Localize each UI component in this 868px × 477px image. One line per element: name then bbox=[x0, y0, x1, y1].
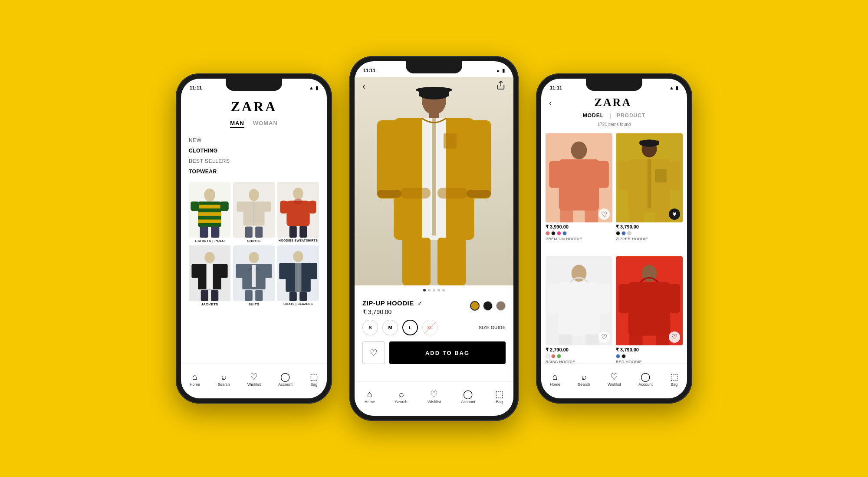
notch-3 bbox=[586, 79, 642, 91]
items-count: 1721 items found bbox=[549, 121, 679, 129]
nav-bag-1[interactable]: ⬚ Bag bbox=[310, 372, 318, 387]
nav-account-1[interactable]: ◯ Account bbox=[278, 372, 293, 387]
home-icon-3: ⌂ bbox=[552, 372, 558, 381]
svg-rect-16 bbox=[245, 226, 253, 238]
listing-heart-3[interactable]: ♡ bbox=[669, 331, 680, 343]
svg-rect-85 bbox=[639, 140, 659, 145]
nav-account-2[interactable]: ◯ Account bbox=[461, 390, 475, 404]
swatch-gold[interactable] bbox=[470, 301, 480, 311]
search-icon-3: ⌕ bbox=[582, 372, 587, 381]
nav-wishlist-3[interactable]: ♡ Wishlist bbox=[608, 372, 621, 387]
heart-icon-2: ♡ bbox=[430, 390, 438, 398]
time-1: 11:11 bbox=[190, 85, 202, 90]
topwear-item-1[interactable]: SHIRTS bbox=[233, 182, 275, 243]
back-btn-2[interactable]: ‹ bbox=[362, 81, 365, 92]
menu-clothing[interactable]: CLOTHING bbox=[189, 146, 319, 156]
size-guide[interactable]: SIZE GUIDE bbox=[479, 325, 506, 330]
nav-wishlist-label-3: Wishlist bbox=[608, 382, 621, 387]
size-l[interactable]: L bbox=[402, 320, 418, 335]
back-btn-3[interactable]: ‹ bbox=[549, 98, 552, 108]
nav-search-label-2: Search bbox=[395, 400, 408, 404]
coats-img bbox=[277, 245, 319, 301]
swatch-black[interactable] bbox=[483, 301, 493, 311]
svg-rect-103 bbox=[618, 284, 629, 313]
listing-colors-3 bbox=[616, 354, 683, 358]
nav-home-1[interactable]: ⌂ Home bbox=[190, 372, 200, 387]
nav-home-3[interactable]: ⌂ Home bbox=[550, 372, 560, 387]
listing-heart-2[interactable]: ♡ bbox=[598, 331, 610, 343]
nav-search-3[interactable]: ⌕ Search bbox=[578, 372, 590, 387]
notch-1 bbox=[226, 79, 282, 91]
coats-label: COATS | BLAZERS bbox=[283, 302, 312, 305]
svg-rect-67 bbox=[377, 120, 401, 199]
account-icon-2: ◯ bbox=[463, 390, 473, 398]
nav-search-1[interactable]: ⌕ Search bbox=[217, 372, 230, 387]
view-tab-product[interactable]: PRODUCT bbox=[612, 112, 650, 119]
listing-item-1[interactable]: ♥ ₹ 3,790.00 ZIPPER HOODIE bbox=[616, 133, 683, 253]
size-m[interactable]: M bbox=[382, 320, 398, 335]
menu-topwear[interactable]: TOPWEAR bbox=[189, 166, 319, 177]
bottomwear-item-1[interactable]: SUITS bbox=[233, 245, 275, 306]
view-tab-model[interactable]: MODEL bbox=[579, 112, 608, 119]
wifi-icon-2: ▲ bbox=[496, 68, 500, 73]
nav-account-3[interactable]: ◯ Account bbox=[638, 372, 653, 387]
jackets-img bbox=[189, 245, 230, 301]
nav-home-2[interactable]: ⌂ Home bbox=[365, 390, 375, 404]
svg-rect-24 bbox=[289, 226, 297, 238]
svg-rect-65 bbox=[432, 118, 436, 235]
svg-rect-102 bbox=[628, 282, 671, 335]
color-dot-0-1 bbox=[551, 231, 556, 235]
home-icon-2: ⌂ bbox=[367, 390, 372, 398]
nav-wishlist-2[interactable]: ♡ Wishlist bbox=[427, 390, 441, 404]
tab-man[interactable]: MAN bbox=[230, 120, 244, 128]
svg-point-76 bbox=[571, 141, 587, 159]
svg-rect-25 bbox=[299, 226, 307, 238]
svg-rect-9 bbox=[211, 226, 219, 238]
nav-home-label-3: Home bbox=[550, 382, 560, 387]
listing-img-2: ♡ bbox=[546, 256, 612, 345]
menu-bestsellers[interactable]: BEST SELLERS bbox=[189, 156, 319, 166]
listing-item-0[interactable]: ♡ ₹ 3,990.00 PREMIUM HOODIE bbox=[546, 133, 612, 253]
nav-search-2[interactable]: ⌕ Search bbox=[395, 390, 408, 404]
svg-rect-44 bbox=[255, 290, 263, 301]
nav-search-label-1: Search bbox=[217, 382, 230, 387]
menu-new[interactable]: NEW bbox=[189, 135, 319, 146]
listing-item-2[interactable]: ♡ ₹ 2,790.00 BAISC HOODIE bbox=[546, 256, 612, 376]
color-dot-1-2 bbox=[627, 231, 631, 235]
svg-rect-32 bbox=[207, 264, 213, 290]
size-s[interactable]: S bbox=[362, 320, 378, 335]
swatch-taupe[interactable] bbox=[496, 301, 506, 311]
share-btn[interactable] bbox=[496, 80, 506, 92]
nav-bag-3[interactable]: ⬚ Bag bbox=[670, 372, 678, 387]
status-icons-2: ▲ ▮ bbox=[496, 68, 505, 73]
svg-rect-43 bbox=[245, 290, 253, 301]
jackets-label: JACKETS bbox=[201, 302, 218, 306]
back-title-row: ‹ ZARA bbox=[549, 96, 679, 109]
svg-point-21 bbox=[293, 199, 302, 204]
detail-header: ‹ bbox=[355, 77, 513, 96]
tab-woman[interactable]: WOMAN bbox=[253, 120, 278, 128]
topwear-item-0[interactable]: T-SHIRTS | POLO bbox=[189, 182, 230, 243]
svg-rect-81 bbox=[585, 209, 598, 223]
svg-point-19 bbox=[293, 188, 303, 200]
topwear-item-2[interactable]: HOODIES SWEATSHIRTS bbox=[277, 182, 319, 243]
svg-rect-80 bbox=[560, 209, 573, 223]
svg-rect-51 bbox=[295, 263, 302, 292]
dot-4 bbox=[442, 289, 445, 292]
add-row: ♡ ADD TO BAG bbox=[362, 341, 506, 368]
listing-item-3[interactable]: ♡ ₹ 3,790.00 RED HOODIE bbox=[616, 256, 683, 376]
bottomwear-item-2[interactable]: COATS | BLAZERS bbox=[277, 245, 319, 306]
listing-name-0: PREMIUM HOODIE bbox=[546, 237, 612, 241]
add-to-bag-btn[interactable]: ADD TO BAG bbox=[389, 341, 506, 364]
topwear-grid: T-SHIRTS | POLO bbox=[189, 182, 319, 243]
svg-rect-70 bbox=[437, 188, 468, 199]
size-xl[interactable]: XL bbox=[422, 320, 438, 335]
nav-bag-2[interactable]: ⬚ Bag bbox=[495, 390, 503, 404]
nav-wishlist-1[interactable]: ♡ Wishlist bbox=[247, 372, 261, 387]
color-dot-3-0 bbox=[616, 354, 620, 358]
bottomwear-item-0[interactable]: JACKETS bbox=[189, 245, 230, 306]
svg-rect-105 bbox=[629, 334, 643, 345]
wifi-icon-1: ▲ bbox=[309, 85, 314, 90]
wishlist-btn-2[interactable]: ♡ bbox=[362, 341, 385, 364]
svg-rect-15 bbox=[263, 202, 271, 212]
